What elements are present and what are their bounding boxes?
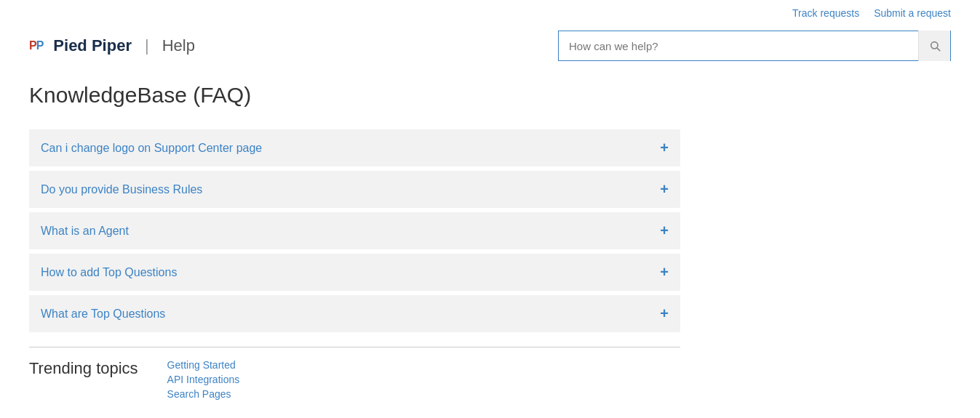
faq-expand-icon[interactable]: + bbox=[660, 222, 669, 239]
site-header: PP Pied Piper | Help bbox=[0, 23, 980, 76]
search-box bbox=[558, 31, 951, 61]
section-divider bbox=[29, 347, 680, 347]
trending-links: Getting StartedAPI IntegrationsSearch Pa… bbox=[167, 359, 240, 400]
faq-list: Can i change logo on Support Center page… bbox=[29, 129, 680, 332]
faq-item[interactable]: What is an Agent+ bbox=[29, 212, 680, 249]
main-content: KnowledgeBase (FAQ) Can i change logo on… bbox=[0, 76, 980, 414]
faq-expand-icon[interactable]: + bbox=[660, 140, 669, 156]
search-input[interactable] bbox=[559, 40, 918, 52]
track-requests-link[interactable]: Track requests bbox=[792, 7, 859, 19]
faq-question: Do you provide Business Rules bbox=[41, 183, 202, 196]
trending-section: Trending topics Getting StartedAPI Integ… bbox=[29, 359, 951, 400]
logo-icon: PP bbox=[29, 39, 46, 52]
logo-help-text: Help bbox=[162, 36, 195, 55]
search-icon bbox=[929, 40, 941, 52]
logo-pp-text: PP bbox=[29, 39, 43, 52]
search-button[interactable] bbox=[918, 31, 950, 61]
faq-item[interactable]: Can i change logo on Support Center page… bbox=[29, 129, 680, 166]
submit-request-link[interactable]: Submit a request bbox=[874, 7, 951, 19]
logo-separator: | bbox=[145, 36, 149, 55]
trending-link-item[interactable]: Search Pages bbox=[167, 388, 240, 400]
faq-item[interactable]: What are Top Questions+ bbox=[29, 295, 680, 332]
trending-link-item[interactable]: API Integrations bbox=[167, 374, 240, 385]
logo-area: PP Pied Piper | Help bbox=[29, 36, 195, 55]
faq-expand-icon[interactable]: + bbox=[660, 181, 669, 198]
trending-title: Trending topics bbox=[29, 359, 138, 378]
top-navigation: Track requests Submit a request bbox=[0, 0, 980, 23]
page-title: KnowledgeBase (FAQ) bbox=[29, 83, 951, 108]
faq-question: Can i change logo on Support Center page bbox=[41, 142, 262, 155]
faq-item[interactable]: How to add Top Questions+ bbox=[29, 254, 680, 291]
logo-brand-name: Pied Piper bbox=[53, 36, 132, 55]
faq-item[interactable]: Do you provide Business Rules+ bbox=[29, 171, 680, 208]
trending-link-item[interactable]: Getting Started bbox=[167, 359, 240, 371]
faq-question: What are Top Questions bbox=[41, 308, 165, 321]
faq-question: How to add Top Questions bbox=[41, 266, 177, 279]
faq-question: What is an Agent bbox=[41, 225, 129, 238]
faq-expand-icon[interactable]: + bbox=[660, 264, 669, 281]
faq-expand-icon[interactable]: + bbox=[660, 305, 669, 322]
svg-line-1 bbox=[937, 48, 940, 51]
